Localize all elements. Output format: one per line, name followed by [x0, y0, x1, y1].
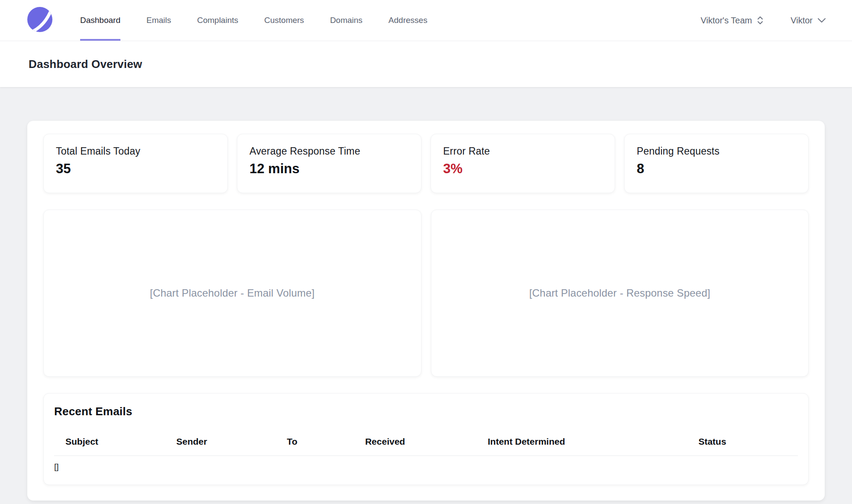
nav-item-dashboard[interactable]: Dashboard — [80, 0, 120, 41]
recent-emails-card: Recent Emails Subject Sender To Received… — [43, 393, 809, 485]
user-menu[interactable]: Viktor — [790, 16, 826, 26]
column-header-to: To — [240, 432, 344, 456]
chart-placeholder-text: [Chart Placeholder - Email Volume] — [150, 287, 314, 299]
primary-nav: Dashboard Emails Complaints Customers Do… — [80, 0, 428, 41]
column-header-received: Received — [344, 432, 426, 456]
chart-placeholder-text: [Chart Placeholder - Response Speed] — [529, 287, 710, 299]
team-selector-label: Viktor's Team — [701, 16, 752, 26]
column-header-subject: Subject — [54, 432, 143, 456]
charts-row: [Chart Placeholder - Email Volume] [Char… — [43, 210, 809, 377]
stat-label: Total Emails Today — [56, 145, 215, 157]
column-header-status: Status — [627, 432, 798, 456]
table-header-row: Subject Sender To Received Intent Determ… — [54, 432, 798, 456]
stat-label: Average Response Time — [249, 145, 409, 157]
top-navigation-bar: Dashboard Emails Complaints Customers Do… — [0, 0, 852, 41]
recent-emails-title: Recent Emails — [54, 405, 798, 418]
column-header-intent-determined: Intent Determined — [426, 432, 627, 456]
nav-item-addresses[interactable]: Addresses — [389, 0, 428, 41]
stat-label: Pending Requests — [637, 145, 796, 157]
chart-card-response-speed: [Chart Placeholder - Response Speed] — [431, 210, 809, 377]
stats-row: Total Emails Today 35 Average Response T… — [43, 134, 809, 193]
stat-label: Error Rate — [443, 145, 603, 157]
chevron-down-icon — [817, 18, 826, 23]
nav-item-emails[interactable]: Emails — [146, 0, 171, 41]
stat-card-avg-response-time: Average Response Time 12 mins — [237, 134, 421, 193]
stat-card-error-rate: Error Rate 3% — [431, 134, 615, 193]
team-selector[interactable]: Viktor's Team — [701, 16, 764, 26]
stat-value: 12 mins — [249, 161, 409, 177]
page-title: Dashboard Overview — [29, 58, 142, 71]
chart-card-email-volume: [Chart Placeholder - Email Volume] — [43, 210, 421, 377]
app-logo[interactable] — [27, 0, 52, 41]
stat-card-total-emails: Total Emails Today 35 — [43, 134, 228, 193]
topbar-right-controls: Viktor's Team Viktor — [701, 0, 826, 41]
stat-value: 8 — [637, 161, 796, 177]
page-title-bar: Dashboard Overview — [0, 41, 852, 87]
chevron-up-down-icon — [757, 16, 764, 25]
column-header-sender: Sender — [143, 432, 240, 456]
stat-value: 3% — [443, 161, 603, 177]
stat-value: 35 — [56, 161, 215, 177]
empty-table-indicator: [] — [54, 462, 798, 472]
nav-item-complaints[interactable]: Complaints — [197, 0, 238, 41]
recent-emails-table: Subject Sender To Received Intent Determ… — [54, 432, 798, 456]
main-content: Total Emails Today 35 Average Response T… — [0, 87, 852, 501]
stat-card-pending-requests: Pending Requests 8 — [624, 134, 809, 193]
dashboard-panel: Total Emails Today 35 Average Response T… — [27, 121, 825, 501]
nav-item-customers[interactable]: Customers — [264, 0, 304, 41]
user-menu-label: Viktor — [790, 16, 813, 26]
brand-swoosh-icon — [27, 7, 52, 34]
nav-item-domains[interactable]: Domains — [330, 0, 363, 41]
